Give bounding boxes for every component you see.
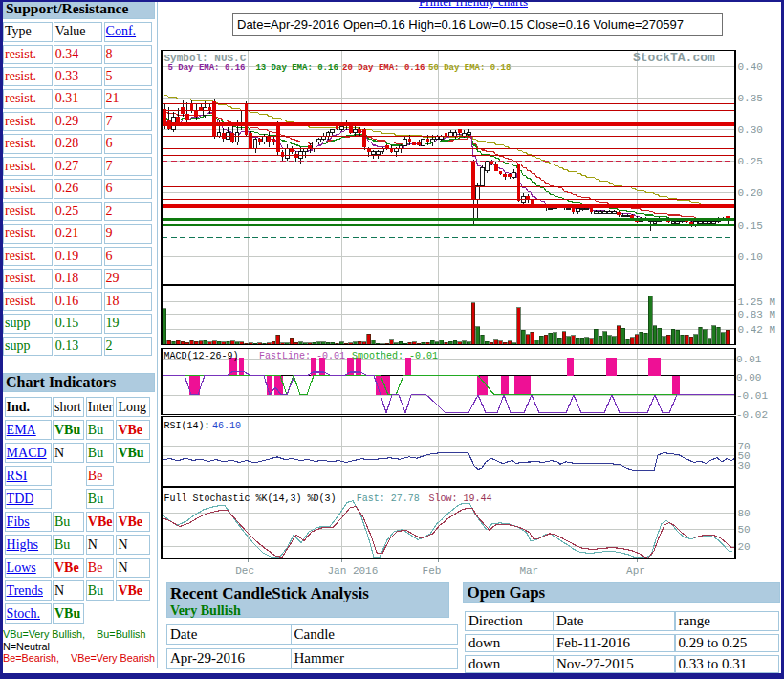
svg-text:0.25: 0.25 [738, 156, 763, 167]
svg-text:1.25 M: 1.25 M [738, 296, 776, 308]
svg-text:RSI(14):: RSI(14): [164, 421, 210, 431]
svg-text:Full Stochastic %K(14,3) %D(3): Full Stochastic %K(14,3) %D(3) [164, 493, 337, 504]
svg-text:80: 80 [738, 508, 751, 519]
svg-text:Dec: Dec [235, 565, 254, 577]
svg-text:MACD(12-26-9): MACD(12-26-9) [164, 351, 239, 361]
svg-text:FastLine: -0.01: FastLine: -0.01 [259, 351, 345, 361]
svg-text:Slow: 19.44: Slow: 19.44 [429, 493, 492, 504]
svg-text:Feb: Feb [423, 565, 442, 577]
svg-text:0.01: 0.01 [736, 354, 762, 365]
svg-text:0.00: 0.00 [736, 372, 761, 383]
svg-text:Symbol: NUS.C: Symbol: NUS.C [164, 53, 247, 64]
svg-text:-0.01: -0.01 [736, 390, 768, 402]
svg-text:-0.02: -0.02 [736, 409, 768, 421]
svg-text:Apr: Apr [626, 565, 645, 577]
svg-text:13 Day EMA: 0.16: 13 Day EMA: 0.16 [255, 63, 338, 73]
svg-text:46.10: 46.10 [212, 421, 241, 431]
svg-text:50: 50 [738, 524, 751, 536]
svg-text:0.83 M: 0.83 M [738, 309, 776, 320]
svg-text:30: 30 [738, 460, 751, 471]
svg-text:0.35: 0.35 [738, 93, 763, 104]
svg-text:20: 20 [738, 541, 751, 553]
svg-text:Fast: 27.78: Fast: 27.78 [357, 493, 420, 504]
svg-text:0.40: 0.40 [738, 61, 763, 73]
svg-text:20 Day EMA: 0.16: 20 Day EMA: 0.16 [342, 63, 425, 73]
svg-text:Mar: Mar [519, 565, 538, 577]
svg-text:5 Day EMA: 0.16: 5 Day EMA: 0.16 [168, 63, 246, 73]
svg-text:Jan 2016: Jan 2016 [328, 565, 379, 577]
svg-text:50 Day EMA: 0.18: 50 Day EMA: 0.18 [428, 63, 511, 73]
svg-text:0.10: 0.10 [738, 252, 763, 263]
svg-text:0.30: 0.30 [738, 124, 763, 136]
svg-text:0.42 M: 0.42 M [738, 324, 776, 336]
svg-text:Smoothed: -0.01: Smoothed: -0.01 [352, 351, 438, 361]
svg-text:StockTA.com: StockTA.com [633, 51, 715, 65]
svg-text:0.15: 0.15 [738, 220, 763, 231]
svg-text:0.20: 0.20 [738, 187, 763, 199]
